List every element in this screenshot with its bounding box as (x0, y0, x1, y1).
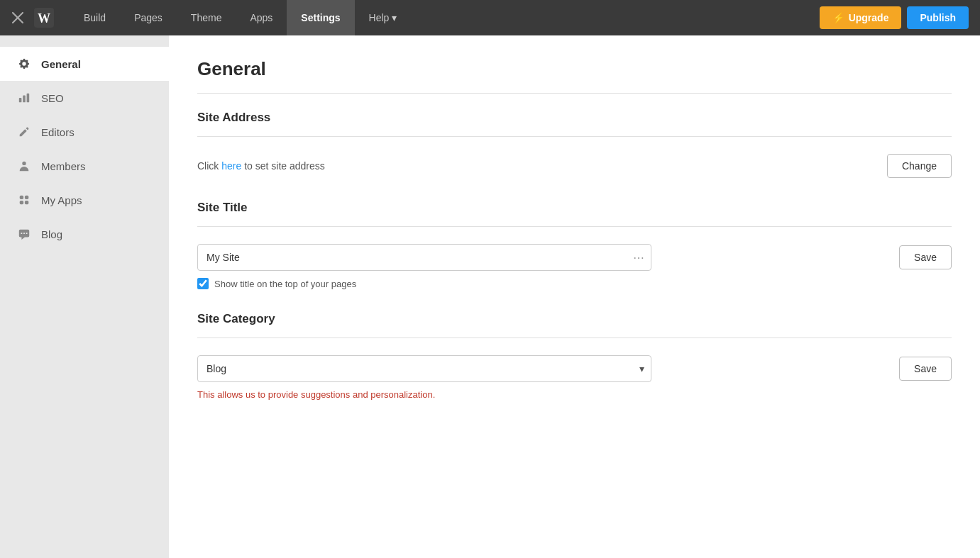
comment-icon (17, 227, 31, 241)
title-input-row: ⋯ Save (197, 244, 952, 271)
checkbox-row: Show title on the top of your pages (197, 278, 952, 289)
nav-help[interactable]: Help ▾ (355, 0, 412, 35)
sidebar: General SEO Editors (0, 35, 169, 558)
gear-icon (17, 57, 31, 71)
title-divider (197, 93, 952, 94)
category-hint: This allows us to provide suggestions an… (197, 389, 952, 400)
top-navigation: W Build Pages Theme Apps Settings Help ▾… (0, 0, 980, 35)
svg-text:W: W (38, 11, 50, 26)
sidebar-blog-label: Blog (41, 228, 62, 240)
page-title: General (197, 58, 952, 80)
sidebar-item-members[interactable]: Members (0, 149, 169, 183)
upgrade-button[interactable]: ⚡ Upgrade (820, 6, 902, 29)
here-link[interactable]: here (221, 160, 241, 172)
sidebar-members-label: Members (41, 160, 86, 172)
nav-pages[interactable]: Pages (120, 0, 177, 35)
sidebar-item-general[interactable]: General (0, 47, 169, 81)
address-divider (197, 136, 952, 137)
sidebar-item-blog[interactable]: Blog (0, 217, 169, 251)
topnav-actions: ⚡ Upgrade Publish (820, 6, 969, 29)
site-address-text: Click here to set site address (197, 160, 325, 172)
apps-icon (17, 193, 31, 207)
sidebar-editors-label: Editors (41, 126, 75, 138)
site-address-title: Site Address (197, 111, 952, 125)
bolt-icon: ⚡ (832, 12, 844, 23)
change-button[interactable]: Change (887, 154, 952, 178)
category-select[interactable]: Blog Business Portfolio Store Other (197, 355, 651, 382)
input-dots-icon: ⋯ (633, 251, 644, 264)
category-save-button[interactable]: Save (899, 357, 952, 381)
nav-links: Build Pages Theme Apps Settings Help ▾ (70, 0, 820, 35)
show-title-checkbox[interactable] (197, 278, 209, 289)
show-title-label: Show title on the top of your pages (214, 279, 356, 289)
sidebar-item-myapps[interactable]: My Apps (0, 183, 169, 217)
sidebar-myapps-label: My Apps (41, 194, 82, 206)
sidebar-seo-label: SEO (41, 92, 64, 104)
site-address-row: Click here to set site address Change (197, 154, 952, 178)
site-title-input[interactable] (197, 244, 651, 271)
sidebar-item-editors[interactable]: Editors (0, 115, 169, 149)
site-category-section: Site Category Blog Business Portfolio St… (197, 312, 952, 400)
title-input-wrap: ⋯ (197, 244, 651, 271)
site-title-heading: Site Title (197, 201, 952, 215)
site-category-title: Site Category (197, 312, 952, 326)
site-address-section: Site Address Click here to set site addr… (197, 111, 952, 178)
app-logo: W (33, 6, 55, 29)
main-layout: General SEO Editors (0, 35, 980, 558)
main-content: General Site Address Click here to set s… (169, 35, 980, 558)
site-title-section: Site Title ⋯ Save Show title on the top … (197, 201, 952, 289)
category-divider (197, 337, 952, 338)
publish-button[interactable]: Publish (907, 6, 969, 29)
chart-icon (17, 91, 31, 105)
sidebar-item-seo[interactable]: SEO (0, 81, 169, 115)
person-icon (17, 159, 31, 173)
close-button[interactable] (11, 11, 24, 24)
title-section-divider (197, 226, 952, 227)
title-save-button[interactable]: Save (899, 245, 952, 269)
site-title-row: ⋯ Save Show title on the top of your pag… (197, 244, 952, 289)
pencil-icon (17, 125, 31, 139)
sidebar-general-label: General (41, 58, 81, 70)
category-row: Blog Business Portfolio Store Other ▾ Sa… (197, 355, 952, 382)
nav-settings[interactable]: Settings (287, 0, 354, 35)
nav-build[interactable]: Build (70, 0, 120, 35)
nav-theme[interactable]: Theme (177, 0, 236, 35)
category-select-wrap: Blog Business Portfolio Store Other ▾ (197, 355, 651, 382)
nav-apps[interactable]: Apps (236, 0, 287, 35)
